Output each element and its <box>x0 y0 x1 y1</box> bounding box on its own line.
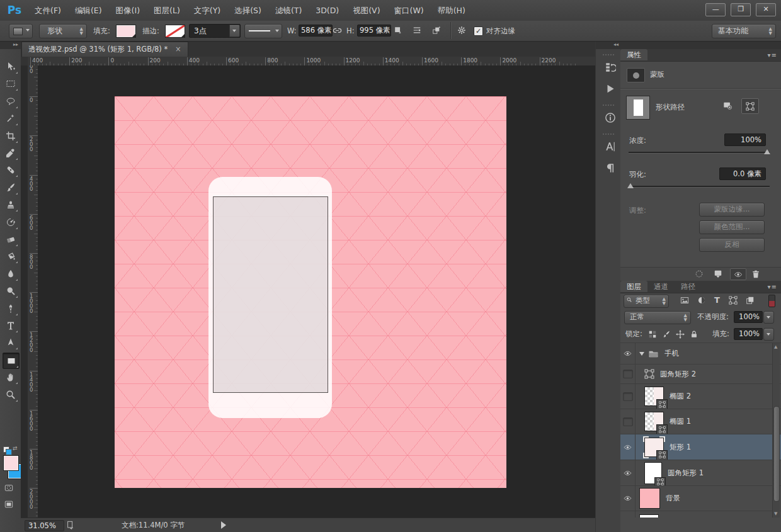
feather-value-field[interactable]: 0.0 像素 <box>719 167 766 180</box>
brush-tool[interactable] <box>3 180 18 195</box>
visibility-toggle[interactable] <box>620 486 636 511</box>
layer-name[interactable]: 椭圆 2 <box>670 392 691 401</box>
info-panel-button[interactable] <box>600 108 621 127</box>
layer-row-圆角矩形 1[interactable]: 圆角矩形 1 <box>620 460 781 486</box>
layer-thumbnail[interactable] <box>639 514 659 518</box>
align-edges-checkbox[interactable]: ✓ <box>474 26 483 36</box>
mask-edge-button[interactable]: 蒙版边缘... <box>699 203 765 217</box>
stroke-width-select[interactable]: 3点 <box>189 24 241 38</box>
visibility-toggle[interactable] <box>620 384 636 409</box>
feather-slider-knob[interactable] <box>627 183 634 188</box>
layer-row-椭圆 1[interactable]: 椭圆 1 <box>620 409 781 434</box>
menu-item[interactable]: 帮助(H) <box>431 0 472 21</box>
layer-row-椭圆 2[interactable]: 椭圆 2 <box>620 384 781 409</box>
menu-item[interactable]: 文字(Y) <box>187 0 227 21</box>
panel-grip[interactable] <box>603 54 614 55</box>
layer-thumbnail[interactable] <box>644 387 664 406</box>
type-layer-filter-icon[interactable]: T <box>714 295 720 305</box>
document-tab[interactable]: 透视效果2.psd @ 31% (矩形 1, RGB/8) * × <box>21 42 188 57</box>
density-value-field[interactable]: 100% <box>724 133 766 146</box>
horizontal-ruler[interactable]: 4002000200400600800100012001400160018002… <box>28 57 595 66</box>
density-slider[interactable] <box>629 152 770 154</box>
visibility-toggle[interactable] <box>620 365 636 383</box>
width-input[interactable]: 586 像素 <box>299 25 333 37</box>
geometry-options-gear-icon[interactable] <box>457 26 466 35</box>
opacity-dropdown[interactable] <box>763 311 774 324</box>
pen-tool[interactable] <box>3 301 18 316</box>
quick-selection-tool[interactable] <box>3 111 18 126</box>
layer-thumbnail[interactable] <box>644 412 664 431</box>
stroke-swatch-none[interactable] <box>165 25 185 38</box>
mask-thumbnail[interactable] <box>627 68 645 82</box>
minimize-button[interactable]: — <box>705 3 726 16</box>
layer-row-圆角矩形 2[interactable]: 圆角矩形 2 <box>620 365 781 384</box>
clone-stamp-tool[interactable] <box>3 197 18 212</box>
foreground-color-swatch[interactable] <box>4 456 18 470</box>
history-brush-tool[interactable] <box>3 215 18 230</box>
visibility-toggle[interactable] <box>620 409 636 434</box>
add-pixel-mask-icon[interactable] <box>723 101 732 110</box>
scroll-down-icon[interactable]: ▼ <box>774 511 777 516</box>
menu-item[interactable]: 窗口(W) <box>387 0 431 21</box>
zoom-level-field[interactable]: 31.05% <box>25 520 64 531</box>
fill-swatch[interactable] <box>116 25 136 38</box>
color-range-button[interactable]: 颜色范围... <box>699 220 765 234</box>
maximize-button[interactable]: ❒ <box>731 3 751 16</box>
smart-object-filter-icon[interactable] <box>746 296 755 305</box>
screen-mode-icon[interactable] <box>4 500 13 509</box>
menu-item[interactable]: 图层(L) <box>147 0 187 21</box>
paragraph-panel-button[interactable] <box>600 159 621 178</box>
menu-item[interactable]: 图像(I) <box>109 0 147 21</box>
vertical-ruler[interactable]: 2000200400600800100012001400160018002000 <box>28 65 38 518</box>
path-operations-icon[interactable] <box>394 26 402 35</box>
canvas-viewport[interactable] <box>38 65 595 518</box>
panel-menu-icon[interactable]: ▾≡ <box>768 52 777 59</box>
opacity-value-field[interactable]: 100% <box>734 311 763 323</box>
tab-channels[interactable]: 通道 <box>647 281 675 292</box>
menu-item[interactable]: 文件(F) <box>28 0 68 21</box>
menu-item[interactable]: 3D(D) <box>309 0 346 21</box>
hand-tool[interactable] <box>3 370 18 385</box>
vector-mask-button[interactable] <box>741 98 759 114</box>
tab-properties[interactable]: 属性 <box>620 49 647 60</box>
link-dimensions-icon[interactable] <box>333 26 342 35</box>
invert-button[interactable]: 反相 <box>699 238 765 252</box>
lock-transparent-icon[interactable] <box>648 330 657 339</box>
layer-row-背景[interactable]: 背景 <box>620 486 781 511</box>
path-alignment-icon[interactable] <box>413 26 421 35</box>
height-input[interactable]: 995 像素 <box>357 25 391 37</box>
scrollbar-thumb[interactable] <box>773 406 780 502</box>
tab-layers[interactable]: 图层 <box>620 281 647 292</box>
menu-item[interactable]: 选择(S) <box>227 0 268 21</box>
rectangle-tool[interactable] <box>3 353 20 369</box>
menu-item[interactable]: 编辑(E) <box>68 0 109 21</box>
collapse-tools-button[interactable]: ▸▸ <box>0 42 21 49</box>
dodge-tool[interactable] <box>3 283 18 298</box>
tab-close-icon[interactable]: × <box>175 45 181 54</box>
eraser-tool[interactable] <box>3 232 18 247</box>
actions-panel-button[interactable] <box>600 79 621 98</box>
filter-type-select[interactable]: 类型 ▲▼ <box>624 295 669 308</box>
workspace-select[interactable]: 基本功能 ▲▼ <box>712 24 776 38</box>
path-arrange-icon[interactable] <box>432 26 441 35</box>
path-selection-tool[interactable] <box>3 335 18 350</box>
zoom-tool[interactable] <box>3 387 18 402</box>
group-expander-icon[interactable] <box>639 352 644 356</box>
status-options-arrow[interactable] <box>221 521 226 529</box>
menu-item[interactable]: 滤镜(T) <box>268 0 309 21</box>
history-panel-button[interactable] <box>600 58 621 77</box>
fill-dropdown[interactable] <box>763 328 774 341</box>
type-tool[interactable] <box>3 318 18 333</box>
stroke-style-select[interactable] <box>244 24 282 38</box>
shape-layer-filter-icon[interactable] <box>729 296 738 305</box>
scroll-up-icon[interactable]: ▲ <box>774 344 777 349</box>
layer-row[interactable] <box>620 511 781 518</box>
load-selection-icon[interactable] <box>695 269 704 278</box>
visibility-toggle[interactable] <box>620 511 636 518</box>
panel-grip[interactable] <box>603 133 614 135</box>
stroke-width-dropdown[interactable] <box>229 25 240 37</box>
blend-mode-select[interactable]: 正常 ▲▼ <box>624 311 691 324</box>
swap-colors-icon[interactable]: ⇄ <box>13 445 18 451</box>
visibility-toggle[interactable] <box>620 343 636 364</box>
close-button[interactable]: ✕ <box>756 3 776 16</box>
